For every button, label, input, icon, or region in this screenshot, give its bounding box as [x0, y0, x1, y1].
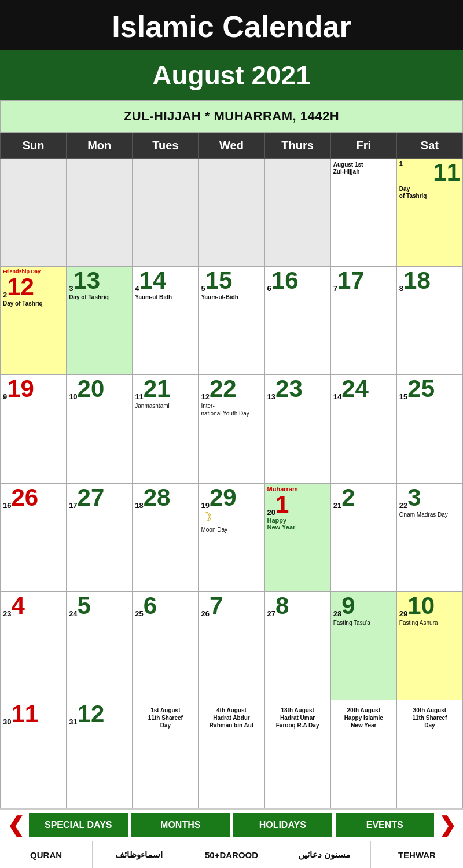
- greg-day-aug12: 16: [271, 269, 299, 293]
- cell-sep3[interactable]: 28 9 Fasting Tasu'a: [330, 591, 396, 700]
- masoon-button[interactable]: مسنون دعائیں: [278, 841, 371, 868]
- week-row-6: 30 11 31 12 1st August11th ShareefDay 4t…: [1, 700, 463, 808]
- cell-aug29[interactable]: 23 4: [1, 591, 67, 700]
- cell-sep4[interactable]: 29 10 Fasting Ashura: [396, 591, 462, 700]
- note-last-wed: 4th AugustHadrat AbdurRahman bin Auf: [201, 707, 262, 729]
- cell-aug10[interactable]: 4 14 Yaum-ul Bidh: [133, 267, 199, 375]
- event-aug10: Yaum-ul Bidh: [135, 294, 196, 301]
- cell-aug28[interactable]: 22 3 Onam Madras Day: [396, 483, 462, 591]
- week-row-1: August 1stZul-Hijjah 1 11 Dayof Tashriq: [1, 159, 463, 267]
- cell-aug11[interactable]: 5 15 Yaum-ul-Bidh: [199, 267, 264, 375]
- col-sat: Sat: [396, 133, 462, 159]
- bottom-nav: ❮ SPECIAL DAYS MONTHS HOLIDAYS EVENTS ❯ …: [0, 808, 463, 868]
- tehwar-button[interactable]: TEHWAR: [371, 841, 463, 868]
- greg-day-aug18: 22: [210, 377, 237, 401]
- event-aug7: Dayof Tashriq: [399, 186, 460, 200]
- greg-day-last-sun: 11: [11, 702, 38, 726]
- cell-aug18[interactable]: 12 22 Inter-national Youth Day: [199, 375, 264, 483]
- cell-empty-1: [1, 159, 67, 267]
- hijri-bar: ZUL-HIJJAH * MUHARRAM, 1442H: [0, 100, 463, 133]
- app-title: Islamic Calendar: [6, 10, 457, 43]
- greg-day-sep4: 10: [407, 594, 435, 618]
- note-aug28: Onam Madras Day: [399, 511, 460, 518]
- cell-aug17[interactable]: 11 21 Janmashtami: [133, 375, 199, 483]
- note-last-fri: 20th AugustHappy IslamicNew Year: [333, 707, 394, 729]
- week-row-2: Friendship Day 2 12 Day of Tashriq 3 13 …: [1, 267, 463, 375]
- greg-day-aug9: 13: [73, 269, 100, 293]
- greg-day-aug25: 29: [210, 486, 237, 510]
- cell-last-wed[interactable]: 4th AugustHadrat AbdurRahman bin Auf: [199, 700, 264, 808]
- cell-aug25[interactable]: 19 29 ☽ Moon Day: [199, 483, 264, 591]
- greg-day-aug27: 2: [341, 486, 355, 510]
- events-button[interactable]: EVENTS: [336, 813, 435, 837]
- cell-aug1[interactable]: August 1stZul-Hijjah: [330, 159, 396, 267]
- nav-buttons: SPECIAL DAYS MONTHS HOLIDAYS EVENTS: [29, 813, 434, 837]
- cell-last-mon[interactable]: 31 12: [67, 700, 133, 808]
- greg-day-aug31: 6: [144, 594, 157, 618]
- cell-aug12[interactable]: 6 16: [264, 267, 330, 375]
- col-tue: Tues: [133, 133, 199, 159]
- greg-day-aug10: 14: [139, 269, 167, 293]
- cell-aug22[interactable]: 16 26: [1, 483, 67, 591]
- asma-button[interactable]: اسماءوظائف: [93, 841, 185, 868]
- prev-arrow[interactable]: ❮: [2, 813, 29, 837]
- cell-last-sun[interactable]: 30 11: [1, 700, 67, 808]
- weekday-header-row: Sun Mon Tues Wed Thurs Fri Sat: [1, 133, 463, 159]
- happy-new-year: HappyNew Year: [267, 517, 328, 531]
- note-sep4: Fasting Ashura: [399, 619, 460, 627]
- cell-aug20[interactable]: 14 24: [330, 375, 396, 483]
- cell-sep1[interactable]: 26 7: [199, 591, 264, 700]
- cell-aug13[interactable]: 7 17: [330, 267, 396, 375]
- nav-row1: ❮ SPECIAL DAYS MONTHS HOLIDAYS EVENTS ❯: [0, 810, 463, 841]
- cell-aug8[interactable]: Friendship Day 2 12 Day of Tashriq: [1, 267, 67, 375]
- greg-day-aug22: 26: [11, 486, 38, 510]
- greg-day-aug26: 1: [275, 492, 289, 517]
- cell-empty-4: [199, 159, 264, 267]
- greg-day-aug16: 20: [78, 377, 105, 401]
- quran-button[interactable]: QURAN: [0, 841, 93, 868]
- month-title: August 2021: [6, 60, 457, 91]
- cell-last-sat[interactable]: 30th August11th ShareefDay: [396, 700, 462, 808]
- cell-aug31[interactable]: 25 6: [133, 591, 199, 700]
- cell-aug19[interactable]: 13 23: [264, 375, 330, 483]
- greg-day-sep3: 9: [341, 594, 355, 618]
- greg-day-aug21: 25: [407, 377, 435, 401]
- greg-day-aug14: 18: [403, 269, 431, 293]
- cell-aug16[interactable]: 10 20: [67, 375, 133, 483]
- greg-day-aug23: 27: [78, 486, 105, 510]
- cell-aug7[interactable]: 1 11 Dayof Tashriq: [396, 159, 462, 267]
- holidays-button[interactable]: HOLIDAYS: [233, 813, 332, 837]
- cell-aug27[interactable]: 21 2: [330, 483, 396, 591]
- greg-day-aug13: 17: [337, 269, 365, 293]
- event-aug11: Yaum-ul-Bidh: [201, 294, 262, 301]
- col-fri: Fri: [330, 133, 396, 159]
- cell-empty-5: [264, 159, 330, 267]
- cell-aug23[interactable]: 17 27: [67, 483, 133, 591]
- note-last-thu: 18th AugustHadrat UmarFarooq R.A Day: [267, 707, 328, 729]
- next-arrow[interactable]: ❯: [434, 813, 461, 837]
- greg-day-aug11: 15: [205, 269, 233, 293]
- cell-aug14[interactable]: 8 18: [396, 267, 462, 375]
- greg-day-sep2: 8: [275, 594, 289, 618]
- cell-aug26[interactable]: Muharram 20 1 HappyNew Year: [264, 483, 330, 591]
- cell-sep2[interactable]: 27 8: [264, 591, 330, 700]
- months-button[interactable]: MONTHS: [131, 813, 230, 837]
- moon-icon: ☽: [201, 510, 212, 525]
- greg-day-last-mon: 12: [78, 702, 105, 726]
- cell-aug24[interactable]: 18 28: [133, 483, 199, 591]
- cell-empty-2: [67, 159, 133, 267]
- cell-aug21[interactable]: 15 25: [396, 375, 462, 483]
- app-header: Islamic Calendar: [0, 0, 463, 50]
- darood-button[interactable]: 50+DAROOD: [185, 841, 278, 868]
- cell-last-tue[interactable]: 1st August11th ShareefDay: [133, 700, 199, 808]
- special-days-button[interactable]: SPECIAL DAYS: [29, 813, 128, 837]
- cell-last-thu[interactable]: 18th AugustHadrat UmarFarooq R.A Day: [264, 700, 330, 808]
- cell-aug15[interactable]: 9 19: [1, 375, 67, 483]
- note-sep3: Fasting Tasu'a: [333, 619, 394, 627]
- greg-day-aug24: 28: [144, 486, 171, 510]
- cell-last-fri[interactable]: 20th AugustHappy IslamicNew Year: [330, 700, 396, 808]
- greg-day-aug20: 24: [341, 377, 369, 401]
- greg-day-aug8: 12: [7, 275, 34, 299]
- cell-aug9[interactable]: 3 13 Day of Tashriq: [67, 267, 133, 375]
- cell-aug30[interactable]: 24 5: [67, 591, 133, 700]
